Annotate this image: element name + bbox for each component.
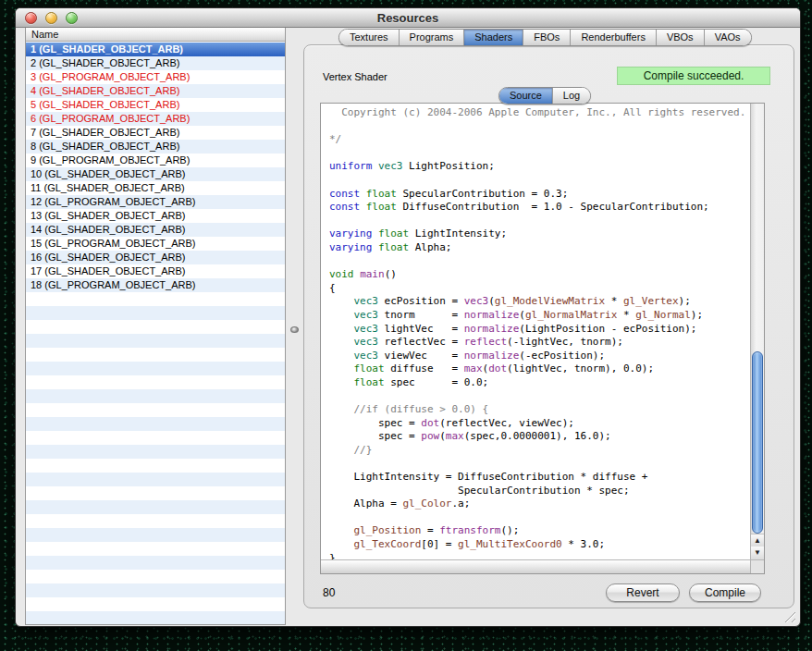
shader-type-label: Vertex Shader <box>323 71 388 82</box>
tab-vaos[interactable]: VAOs <box>704 30 751 45</box>
revert-button[interactable]: Revert <box>606 583 680 602</box>
list-item[interactable]: 10 (GL_SHADER_OBJECT_ARB) <box>26 167 285 181</box>
list-item[interactable]: 6 (GL_PROGRAM_OBJECT_ARB) <box>26 112 285 126</box>
code-line: vec3 lightVec = normalize(LightPosition … <box>329 323 750 337</box>
tab-renderbuffers[interactable]: Renderbuffers <box>570 30 656 45</box>
list-item[interactable]: 18 (GL_PROGRAM_OBJECT_ARB) <box>26 278 285 292</box>
list-item[interactable]: 5 (GL_SHADER_OBJECT_ARB) <box>26 98 285 112</box>
list-item[interactable]: 12 (GL_PROGRAM_OBJECT_ARB) <box>26 195 285 209</box>
code-line: spec = pow(max(spec,0.0000001), 16.0); <box>329 430 750 444</box>
code-line <box>329 215 750 228</box>
title-bar[interactable]: Resources <box>16 8 800 28</box>
scrollbar-corner <box>750 559 764 573</box>
code-line: const float DiffuseContribution = 1.0 - … <box>329 201 750 215</box>
list-item[interactable]: 14 (GL_SHADER_OBJECT_ARB) <box>26 223 285 237</box>
tab-shaders[interactable]: Shaders <box>463 30 523 45</box>
code-line: varying float LightIntensity; <box>329 227 750 241</box>
scroll-up-arrow-icon[interactable]: ▲ <box>751 534 764 547</box>
tab-fbos[interactable]: FBOs <box>523 30 570 45</box>
code-line: float spec = 0.0; <box>329 376 750 390</box>
code-line: SpecularContribution * spec; <box>329 485 750 498</box>
list-item[interactable]: 17 (GL_SHADER_OBJECT_ARB) <box>26 264 285 278</box>
tab-strip: TexturesProgramsShadersFBOsRenderbuffers… <box>338 29 752 46</box>
code-line: } <box>329 552 750 559</box>
code-text-area[interactable]: Copyright (c) 2004-2006 Apple Computer, … <box>321 104 750 559</box>
list-item[interactable]: 2 (GL_SHADER_OBJECT_ARB) <box>26 56 285 70</box>
splitter-handle-icon[interactable] <box>290 326 299 333</box>
list-item[interactable]: 15 (GL_PROGRAM_OBJECT_ARB) <box>26 237 285 251</box>
scrollbar-thumb[interactable] <box>752 351 763 534</box>
compile-status-badge: Compile succeeded. <box>617 67 770 85</box>
list-item[interactable]: 11 (GL_SHADER_OBJECT_ARB) <box>26 181 285 195</box>
list-item[interactable]: 7 (GL_SHADER_OBJECT_ARB) <box>26 126 285 140</box>
subtab-log[interactable]: Log <box>552 88 590 104</box>
resource-table: Name 1 (GL_SHADER_OBJECT_ARB)2 (GL_SHADE… <box>25 28 286 625</box>
list-item[interactable]: 3 (GL_PROGRAM_OBJECT_ARB) <box>26 70 285 84</box>
desktop-background: Resources Name 1 (GL_SHADER_OBJECT_ARB)2… <box>0 0 812 651</box>
list-item[interactable]: 13 (GL_SHADER_OBJECT_ARB) <box>26 209 285 223</box>
code-line: LightIntensity = DiffuseContribution * d… <box>329 471 750 485</box>
window-title: Resources <box>16 11 800 25</box>
code-line <box>329 457 750 471</box>
scroll-down-arrow-icon[interactable]: ▼ <box>751 547 764 559</box>
code-line: spec = dot(reflectVec, viewVec); <box>329 417 750 431</box>
horizontal-scrollbar[interactable] <box>321 559 750 573</box>
code-line <box>329 389 750 403</box>
list-item[interactable]: 16 (GL_SHADER_OBJECT_ARB) <box>26 251 285 264</box>
resource-list: 1 (GL_SHADER_OBJECT_ARB)2 (GL_SHADER_OBJ… <box>26 43 285 624</box>
tab-vbos[interactable]: VBOs <box>656 30 704 45</box>
code-line <box>329 255 750 269</box>
code-line: gl_TexCoord[0] = gl_MultiTexCoord0 * 3.0… <box>329 538 750 552</box>
code-line: vec3 reflectVec = reflect(-lightVec, tno… <box>329 336 750 350</box>
resources-window: Resources Name 1 (GL_SHADER_OBJECT_ARB)2… <box>15 7 801 627</box>
tab-programs[interactable]: Programs <box>399 30 464 45</box>
code-line: */ <box>329 133 750 147</box>
code-line: vec3 viewVec = normalize(-ecPosition); <box>329 350 750 363</box>
code-line <box>329 174 750 188</box>
code-line <box>329 511 750 525</box>
code-line: const float SpecularContribution = 0.3; <box>329 188 750 202</box>
code-line: //} <box>329 444 750 458</box>
list-item[interactable]: 9 (GL_PROGRAM_OBJECT_ARB) <box>26 154 285 167</box>
list-item[interactable]: 4 (GL_SHADER_OBJECT_ARB) <box>26 84 285 98</box>
shaders-panel: Vertex Shader Compile succeeded. SourceL… <box>303 44 794 608</box>
tab-textures[interactable]: Textures <box>339 30 399 45</box>
code-line: float diffuse = max(dot(lightVec, tnorm)… <box>329 362 750 376</box>
compile-button[interactable]: Compile <box>689 583 761 602</box>
code-line <box>329 147 750 161</box>
list-item[interactable]: 8 (GL_SHADER_OBJECT_ARB) <box>26 140 285 154</box>
resize-grip-icon[interactable] <box>781 608 795 622</box>
code-line: Alpha = gl_Color.a; <box>329 497 750 511</box>
vertical-scrollbar[interactable]: ▲ ▼ <box>750 104 764 559</box>
code-line: vec3 tnorm = normalize(gl_NormalMatrix *… <box>329 309 750 323</box>
code-line: varying float Alpha; <box>329 241 750 255</box>
code-line: { <box>329 282 750 296</box>
code-line: vec3 ecPosition = vec3(gl_ModelViewMatri… <box>329 295 750 309</box>
subtab-source[interactable]: Source <box>499 88 552 104</box>
code-line: uniform vec3 LightPosition; <box>329 160 750 174</box>
code-line: //if (diffuse > 0.0) { <box>329 403 750 417</box>
pane-splitter[interactable] <box>286 28 303 625</box>
code-line: gl_Position = ftransform(); <box>329 524 750 538</box>
code-line: void main() <box>329 268 750 282</box>
shader-source-editor: Copyright (c) 2004-2006 Apple Computer, … <box>320 103 765 574</box>
code-line <box>329 120 750 134</box>
code-line: Copyright (c) 2004-2006 Apple Computer, … <box>329 106 750 120</box>
list-item[interactable]: 1 (GL_SHADER_OBJECT_ARB) <box>26 43 285 56</box>
resource-id-label: 80 <box>323 586 335 599</box>
name-column-header[interactable]: Name <box>26 28 285 42</box>
subtab-strip: SourceLog <box>498 87 591 104</box>
